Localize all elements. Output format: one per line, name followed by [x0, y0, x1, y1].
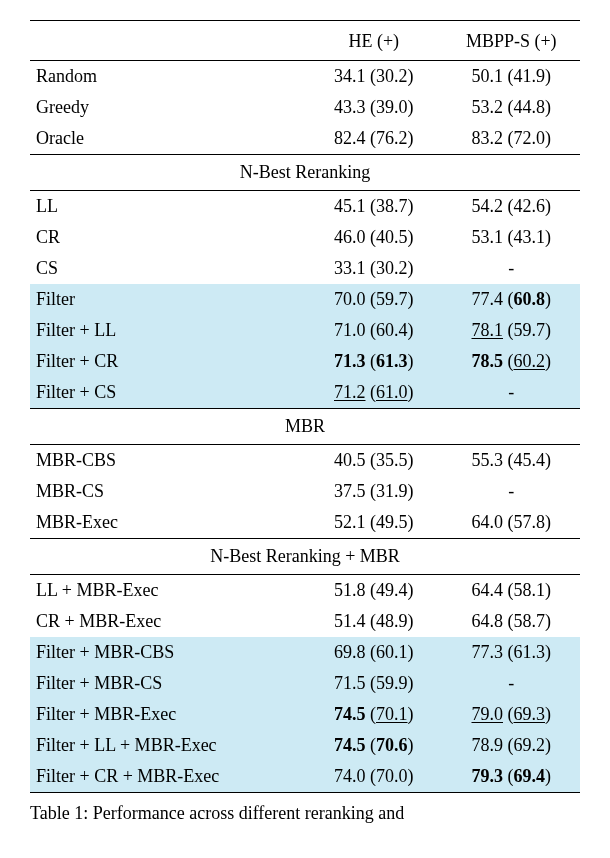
- col-header-mbpp: MBPP-S (+): [443, 21, 581, 61]
- value-cell: 69.8 (60.1): [305, 637, 443, 668]
- table-row: Filter + CS 71.2 (61.0) -: [30, 377, 580, 409]
- value-cell: -: [443, 377, 581, 409]
- value-cell: 50.1 (41.9): [443, 61, 581, 93]
- table-row: MBR-Exec 52.1 (49.5) 64.0 (57.8): [30, 507, 580, 539]
- value-cell: 70.0 (59.7): [305, 284, 443, 315]
- value-cell: 71.5 (59.9): [305, 668, 443, 699]
- table-row: Random 34.1 (30.2) 50.1 (41.9): [30, 61, 580, 93]
- table-row: Filter + MBR-Exec 74.5 (70.1) 79.0 (69.3…: [30, 699, 580, 730]
- method-cell: LL + MBR-Exec: [30, 575, 305, 607]
- table-caption: Table 1: Performance across different re…: [30, 803, 580, 824]
- section-header-nbest-mbr: N-Best Reranking + MBR: [30, 539, 580, 575]
- value-cell: 79.0 (69.3): [443, 699, 581, 730]
- value-cell: 51.8 (49.4): [305, 575, 443, 607]
- section-label: MBR: [30, 409, 580, 445]
- method-cell: MBR-Exec: [30, 507, 305, 539]
- table-row: Filter + CR 71.3 (61.3) 78.5 (60.2): [30, 346, 580, 377]
- value-cell: 71.3 (61.3): [305, 346, 443, 377]
- value-cell: 54.2 (42.6): [443, 191, 581, 223]
- value-cell: 64.4 (58.1): [443, 575, 581, 607]
- method-cell: Filter + MBR-CBS: [30, 637, 305, 668]
- method-cell: Filter: [30, 284, 305, 315]
- table-row: MBR-CBS 40.5 (35.5) 55.3 (45.4): [30, 445, 580, 477]
- value-cell: 78.5 (60.2): [443, 346, 581, 377]
- value-cell: -: [443, 253, 581, 284]
- results-table: HE (+) MBPP-S (+) Random 34.1 (30.2) 50.…: [30, 20, 580, 793]
- section-header-mbr: MBR: [30, 409, 580, 445]
- value-cell: 52.1 (49.5): [305, 507, 443, 539]
- value-cell: 71.0 (60.4): [305, 315, 443, 346]
- col-header-he: HE (+): [305, 21, 443, 61]
- table-row: Filter + LL 71.0 (60.4) 78.1 (59.7): [30, 315, 580, 346]
- table-row: CR 46.0 (40.5) 53.1 (43.1): [30, 222, 580, 253]
- value-cell: 64.8 (58.7): [443, 606, 581, 637]
- method-cell: Filter + LL + MBR-Exec: [30, 730, 305, 761]
- value-cell: 51.4 (48.9): [305, 606, 443, 637]
- value-cell: 45.1 (38.7): [305, 191, 443, 223]
- value-cell: 55.3 (45.4): [443, 445, 581, 477]
- value-cell: -: [443, 668, 581, 699]
- value-cell: 82.4 (76.2): [305, 123, 443, 155]
- method-cell: Random: [30, 61, 305, 93]
- method-cell: CR + MBR-Exec: [30, 606, 305, 637]
- method-cell: Filter + CS: [30, 377, 305, 409]
- value-cell: 77.3 (61.3): [443, 637, 581, 668]
- table-row: Greedy 43.3 (39.0) 53.2 (44.8): [30, 92, 580, 123]
- method-cell: Greedy: [30, 92, 305, 123]
- method-cell: MBR-CBS: [30, 445, 305, 477]
- method-cell: Filter + CR: [30, 346, 305, 377]
- table-row: LL 45.1 (38.7) 54.2 (42.6): [30, 191, 580, 223]
- method-cell: MBR-CS: [30, 476, 305, 507]
- table-row: Filter + CR + MBR-Exec 74.0 (70.0) 79.3 …: [30, 761, 580, 793]
- header-row: HE (+) MBPP-S (+): [30, 21, 580, 61]
- table-row: MBR-CS 37.5 (31.9) -: [30, 476, 580, 507]
- value-cell: 64.0 (57.8): [443, 507, 581, 539]
- method-cell: Filter + MBR-CS: [30, 668, 305, 699]
- value-cell: 43.3 (39.0): [305, 92, 443, 123]
- value-cell: 37.5 (31.9): [305, 476, 443, 507]
- section-header-nbest: N-Best Reranking: [30, 155, 580, 191]
- method-cell: LL: [30, 191, 305, 223]
- value-cell: 83.2 (72.0): [443, 123, 581, 155]
- value-cell: 53.1 (43.1): [443, 222, 581, 253]
- value-cell: 53.2 (44.8): [443, 92, 581, 123]
- value-cell: 46.0 (40.5): [305, 222, 443, 253]
- value-cell: 71.2 (61.0): [305, 377, 443, 409]
- table-row: Filter + MBR-CBS 69.8 (60.1) 77.3 (61.3): [30, 637, 580, 668]
- value-cell: 77.4 (60.8): [443, 284, 581, 315]
- table-row: CR + MBR-Exec 51.4 (48.9) 64.8 (58.7): [30, 606, 580, 637]
- value-cell: -: [443, 476, 581, 507]
- method-cell: Filter + CR + MBR-Exec: [30, 761, 305, 793]
- method-cell: CR: [30, 222, 305, 253]
- value-cell: 40.5 (35.5): [305, 445, 443, 477]
- value-cell: 74.5 (70.6): [305, 730, 443, 761]
- method-cell: Filter + MBR-Exec: [30, 699, 305, 730]
- table-row: Filter + LL + MBR-Exec 74.5 (70.6) 78.9 …: [30, 730, 580, 761]
- value-cell: 34.1 (30.2): [305, 61, 443, 93]
- method-cell: Oracle: [30, 123, 305, 155]
- method-cell: Filter + LL: [30, 315, 305, 346]
- value-cell: 79.3 (69.4): [443, 761, 581, 793]
- table-row: Oracle 82.4 (76.2) 83.2 (72.0): [30, 123, 580, 155]
- section-label: N-Best Reranking + MBR: [30, 539, 580, 575]
- table-row: Filter + MBR-CS 71.5 (59.9) -: [30, 668, 580, 699]
- table-row: CS 33.1 (30.2) -: [30, 253, 580, 284]
- value-cell: 74.5 (70.1): [305, 699, 443, 730]
- section-label: N-Best Reranking: [30, 155, 580, 191]
- value-cell: 74.0 (70.0): [305, 761, 443, 793]
- value-cell: 33.1 (30.2): [305, 253, 443, 284]
- method-cell: CS: [30, 253, 305, 284]
- value-cell: 78.1 (59.7): [443, 315, 581, 346]
- table-row: LL + MBR-Exec 51.8 (49.4) 64.4 (58.1): [30, 575, 580, 607]
- table-row: Filter 70.0 (59.7) 77.4 (60.8): [30, 284, 580, 315]
- value-cell: 78.9 (69.2): [443, 730, 581, 761]
